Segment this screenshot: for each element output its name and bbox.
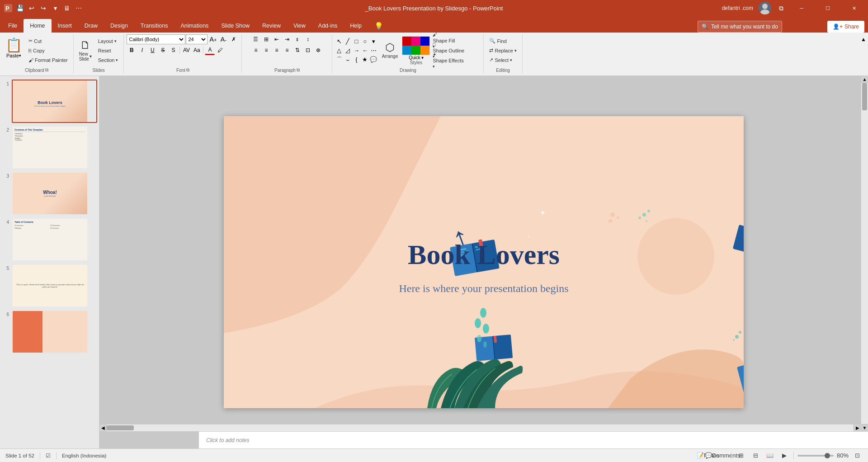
align-right-button[interactable]: ≡ — [272, 45, 282, 55]
slide-item-6[interactable]: 6 — [2, 310, 97, 354]
redo-button[interactable]: ↪ — [39, 4, 48, 13]
find-button[interactable]: 🔍 Find — [486, 37, 519, 46]
zoom-level[interactable]: 80% — [837, 451, 848, 461]
comments-button[interactable]: 💬 Comments — [717, 451, 728, 461]
paste-button[interactable]: 📋 Paste ▾ — [3, 36, 25, 65]
zoom-slider[interactable] — [797, 455, 834, 457]
shape-triangle[interactable]: △ — [335, 47, 343, 55]
ribbon-collapse-button[interactable]: ▲ — [861, 34, 868, 74]
format-painter-button[interactable]: 🖌 Format Painter — [26, 56, 71, 65]
slide-item-2[interactable]: 2 Contents of This Template • Introducti… — [2, 126, 97, 169]
tab-addins[interactable]: Add-ins — [312, 19, 344, 33]
qat-more-button[interactable]: ⋯ — [74, 4, 83, 13]
shape-star[interactable]: ★ — [361, 56, 369, 64]
tab-animations[interactable]: Animations — [175, 19, 215, 33]
tab-view[interactable]: View — [287, 19, 312, 33]
scroll-up-button[interactable]: ▲ — [861, 76, 868, 83]
increase-font-button[interactable]: A+ — [208, 34, 218, 44]
scroll-thumb-h[interactable] — [107, 425, 134, 430]
tab-draw[interactable]: Draw — [78, 19, 104, 33]
scroll-right-button[interactable]: ▶ — [854, 424, 861, 431]
highlight-button[interactable]: 🖊 — [215, 45, 225, 55]
shape-circle[interactable]: ○ — [361, 38, 369, 46]
tab-transitions[interactable]: Transitions — [134, 19, 175, 33]
line-spacing-button[interactable]: ↕ — [303, 34, 313, 44]
tab-slideshow[interactable]: Slide Show — [215, 19, 256, 33]
paragraph-expand-icon[interactable]: ⧉ — [297, 67, 300, 73]
close-button[interactable]: ✕ — [844, 0, 864, 16]
clear-formatting-button[interactable]: ✗ — [229, 34, 239, 44]
share-button[interactable]: 👤+ Share — [827, 21, 864, 33]
copy-button[interactable]: ⎘ Copy — [26, 46, 71, 55]
change-case-button[interactable]: Aa — [192, 45, 202, 55]
italic-button[interactable]: I — [137, 45, 147, 55]
horizontal-scrollbar[interactable]: ◀ ▶ — [99, 424, 861, 431]
reset-button[interactable]: Reset — [95, 46, 121, 55]
shape-select-cursor[interactable]: ↖ — [335, 38, 343, 46]
slide-thumb-3[interactable]: Whoa! some text here — [12, 172, 97, 215]
bold-button[interactable]: B — [127, 45, 137, 55]
slide-thumb-6[interactable] — [12, 310, 97, 354]
shape-outline-button[interactable]: □ Shape Outline — [431, 46, 481, 55]
shadow-button[interactable]: S — [168, 45, 178, 55]
decrease-font-button[interactable]: A- — [218, 34, 228, 44]
cut-button[interactable]: ✂ Cut — [26, 37, 71, 46]
shape-more[interactable]: ▾ — [369, 38, 377, 46]
quick-styles-button[interactable]: Quick ▾ — [409, 55, 424, 60]
tab-home[interactable]: Home — [24, 19, 51, 33]
char-spacing-button[interactable]: AV — [181, 45, 191, 55]
shape-right-tri[interactable]: ◿ — [344, 47, 352, 55]
underline-button[interactable]: U — [147, 45, 157, 55]
shape-arrow-right[interactable]: → — [352, 47, 360, 55]
customize-qat-button[interactable]: ▾ — [51, 4, 60, 13]
font-name-selector[interactable]: Calibri (Body) — [127, 34, 185, 44]
layout-button[interactable]: Layout — [95, 37, 121, 46]
tab-file[interactable]: File — [2, 19, 24, 33]
minimize-button[interactable]: ─ — [791, 0, 812, 16]
slide-thumb-1[interactable]: Book Lovers Here is where your presentat… — [12, 80, 97, 123]
undo-button[interactable]: ↩ — [27, 4, 36, 13]
slide-canvas[interactable]: ✦ ✦ ✦ ↑ — [224, 116, 744, 408]
tab-design[interactable]: Design — [104, 19, 134, 33]
normal-view-button[interactable]: ⊞ — [736, 451, 746, 461]
scroll-left-button[interactable]: ◀ — [99, 424, 107, 431]
columns-button[interactable]: ⫾ — [292, 34, 302, 44]
align-left-button[interactable]: ≡ — [251, 45, 261, 55]
slide-item-5[interactable]: 5 "This is a quote. Words full of wisdom… — [2, 264, 97, 307]
slide-item-3[interactable]: 3 Whoa! some text here — [2, 172, 97, 215]
slide-sorter-button[interactable]: ⊟ — [750, 451, 761, 461]
font-color-button[interactable]: A — [205, 45, 215, 55]
shape-arc[interactable]: ⌒ — [335, 56, 343, 64]
tab-lightbulb[interactable]: 💡 — [368, 19, 390, 33]
ribbon-search-box[interactable]: 🔍 Tell me what you want to do — [698, 21, 782, 33]
restore-button[interactable]: ⧉ — [777, 4, 786, 13]
text-direction-button[interactable]: ⇅ — [292, 45, 302, 55]
align-text-button[interactable]: ⊡ — [303, 45, 313, 55]
fit-to-window-button[interactable]: ⊡ — [852, 451, 863, 461]
maximize-button[interactable]: ☐ — [817, 0, 838, 16]
scroll-down-button[interactable]: ▼ — [861, 424, 868, 431]
scroll-thumb-v[interactable] — [862, 83, 867, 110]
shape-line[interactable]: ╱ — [344, 38, 352, 46]
numbering-button[interactable]: ⊞ — [261, 34, 271, 44]
slide-item-4[interactable]: 4 Table of Contents 01 Introduction 02 P… — [2, 218, 97, 261]
arrange-button[interactable]: ⬡ Arrange — [378, 36, 401, 65]
decrease-indent-button[interactable]: ⇤ — [272, 34, 282, 44]
shape-arrow-more[interactable]: ⋯ — [369, 47, 377, 55]
slide-thumb-5[interactable]: "This is a quote. Words full of wisdom t… — [12, 264, 97, 307]
increase-indent-button[interactable]: ⇥ — [282, 34, 292, 44]
shape-callout[interactable]: 💬 — [369, 56, 377, 64]
save-button[interactable]: 💾 — [15, 4, 24, 13]
shape-curve[interactable]: ⌣ — [344, 56, 352, 64]
font-expand-icon[interactable]: ⧉ — [186, 67, 189, 73]
select-button[interactable]: ↗ Select — [486, 56, 519, 65]
slide-main-title[interactable]: Book Lovers — [408, 239, 560, 271]
slideshow-view-button[interactable]: ▶ — [779, 451, 790, 461]
replace-button[interactable]: ⇄ Replace — [486, 46, 519, 55]
clipboard-expand-icon[interactable]: ⧉ — [45, 67, 48, 73]
notes-bar[interactable]: Click to add notes — [199, 431, 868, 448]
reading-view-button[interactable]: 📖 — [764, 451, 775, 461]
smartart-button[interactable]: ⊗ — [313, 45, 323, 55]
shape-rect[interactable]: □ — [352, 38, 360, 46]
justify-button[interactable]: ≡ — [282, 45, 292, 55]
